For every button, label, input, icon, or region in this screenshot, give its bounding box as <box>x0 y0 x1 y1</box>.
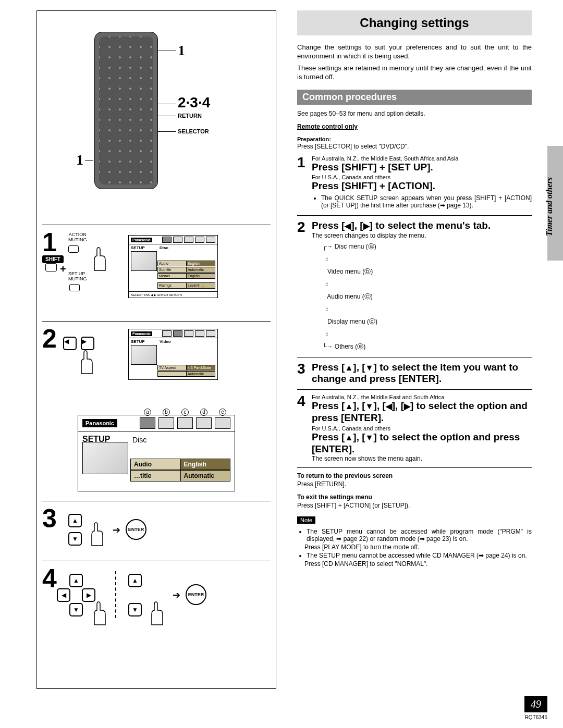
note-label: Note <box>297 516 315 524</box>
step-diagram-3: 3 <box>42 503 57 534</box>
screen-video-setup: Panasonic SETUP Video TV Aspect4:3 Pan&S… <box>128 329 218 380</box>
action-muting-label: ACTIONMUTING <box>68 232 87 243</box>
screen-disc-setup: Panasonic SETUP Disc AudioEnglish Subtit… <box>128 235 218 298</box>
step-diagram-2: 2 <box>42 324 57 354</box>
step-2: 2 Press [◀], [▶] to select the menu's ta… <box>297 220 532 352</box>
step-1: 1 For Australia, N.Z., the Middle East, … <box>297 155 532 212</box>
section-title: Changing settings <box>297 10 532 35</box>
left-diagram-column: 1 2·3·4 RETURN SELECTOR 1 1 ACTIONMUTING… <box>0 0 282 728</box>
instructions-column: Changing settings Change the settings to… <box>282 0 563 728</box>
shift-key: SHIFT <box>42 255 64 263</box>
hand-icon <box>84 521 110 547</box>
arrow-right-icon: ➔ <box>113 524 120 536</box>
hand-icon <box>74 349 100 375</box>
tab-e: e <box>215 417 230 429</box>
setup-muting-label: SET UPMUTING <box>68 272 87 282</box>
hand-icon <box>144 600 170 626</box>
down-arrow-button: ▼ <box>69 603 83 616</box>
plus-sign: + <box>60 263 66 275</box>
tab-c: c <box>177 417 193 429</box>
step-diagram-4: 4 <box>42 563 57 594</box>
step-4: 4 For Australia, N.Z., the Middle East a… <box>297 394 532 463</box>
left-arrow-button: ◀ <box>57 588 70 602</box>
tab-a: a <box>140 417 155 429</box>
enter-button: ENTER <box>126 519 146 540</box>
remote-control-illustration <box>94 32 158 189</box>
down-arrow-button: ▼ <box>68 532 82 546</box>
screen-disc-setup-large: Panasonic a b c d e SETUP Disc <box>78 415 235 491</box>
document-id: RQT6345 <box>525 714 547 720</box>
tab-b: b <box>158 417 174 429</box>
notes-list: The SETUP menu cannot be accessed while … <box>297 528 532 567</box>
hand-icon <box>87 600 113 626</box>
hand-icon <box>87 245 113 272</box>
callout-234: 2·3·4 <box>178 94 210 111</box>
step-diagram-1: 1 <box>42 227 57 257</box>
diagram-box: 1 2·3·4 RETURN SELECTOR 1 1 ACTIONMUTING… <box>36 10 276 689</box>
tab-d: d <box>196 417 212 429</box>
sub-heading: Common procedures <box>297 90 532 105</box>
callout-1-action: 1 <box>178 42 185 59</box>
callout-1-shift: 1 <box>76 152 83 168</box>
arrow-right-icon: ➔ <box>173 589 180 601</box>
up-arrow-button: ▲ <box>68 514 82 527</box>
step-3: 3 Press [▲], [▼] to select the item you … <box>297 362 532 386</box>
menu-tree: ┌→ Disc menu (ⓐ) ↕ Video menu (ⓑ) ↕ Audi… <box>322 240 532 353</box>
page-number: 49 <box>524 696 547 712</box>
down-arrow-button: ▼ <box>128 603 142 616</box>
up-arrow-button: ▲ <box>69 574 83 587</box>
up-arrow-button: ▲ <box>128 574 142 587</box>
label-selector: SELECTOR <box>178 128 209 134</box>
side-tab-label: Timer and others <box>545 177 554 236</box>
label-return: RETURN <box>178 113 202 119</box>
enter-button: ENTER <box>186 584 206 605</box>
